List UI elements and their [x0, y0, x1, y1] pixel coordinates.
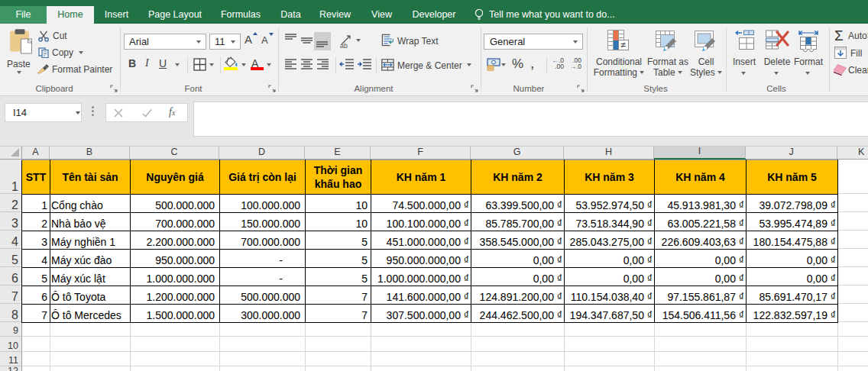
- svg-text:≠: ≠: [621, 40, 627, 50]
- svg-text:ab: ab: [340, 42, 348, 49]
